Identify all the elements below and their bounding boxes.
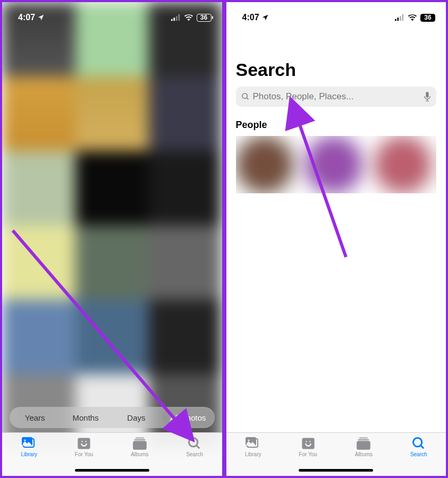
svg-point-28 xyxy=(413,438,421,447)
phone-left: 4:07 36 Years Months Days All Photos Lib… xyxy=(0,0,224,478)
battery-icon: 36 xyxy=(197,14,212,22)
time-label: 4:07 xyxy=(242,13,259,22)
search-field[interactable] xyxy=(236,87,437,107)
wifi-icon xyxy=(184,14,193,21)
location-icon xyxy=(261,14,269,21)
svg-rect-15 xyxy=(398,18,399,21)
segment-days[interactable]: Days xyxy=(111,409,162,426)
svg-rect-0 xyxy=(171,19,173,21)
tab-search-label: Search xyxy=(410,451,427,457)
wifi-icon xyxy=(408,14,417,21)
location-icon xyxy=(37,14,45,21)
svg-rect-1 xyxy=(173,18,175,21)
segment-years[interactable]: Years xyxy=(10,409,60,426)
tab-library[interactable]: Library xyxy=(245,437,261,476)
albums-icon xyxy=(356,437,371,450)
battery-icon: 36 xyxy=(420,14,435,22)
library-icon xyxy=(246,437,260,450)
people-row xyxy=(236,136,437,193)
segment-allphotos[interactable]: All Photos xyxy=(163,409,213,426)
svg-rect-24 xyxy=(302,438,314,449)
person-avatar[interactable] xyxy=(305,136,362,193)
tab-albums-label: Albums xyxy=(131,451,148,457)
svg-rect-25 xyxy=(359,437,368,438)
people-heading: People xyxy=(236,120,437,131)
photo-grid xyxy=(2,2,222,476)
search-input[interactable] xyxy=(253,91,421,102)
phone-right: 4:07 36 Search People xyxy=(224,0,449,478)
tab-search-label: Search xyxy=(186,451,203,457)
svg-rect-8 xyxy=(136,437,144,438)
tab-search[interactable]: Search xyxy=(186,437,203,476)
svg-rect-20 xyxy=(426,92,428,98)
page-title: Search xyxy=(236,59,437,80)
signal-icon xyxy=(171,14,181,21)
tab-search[interactable]: Search xyxy=(410,437,427,476)
svg-line-19 xyxy=(247,98,248,99)
tab-albums-label: Albums xyxy=(355,451,373,457)
tab-library-label: Library xyxy=(21,451,37,457)
svg-rect-3 xyxy=(178,14,180,21)
status-bar: 4:07 36 xyxy=(226,2,446,28)
tab-library[interactable]: Library xyxy=(21,437,37,476)
person-avatar[interactable] xyxy=(374,136,432,193)
people-section: People xyxy=(236,120,437,193)
search-icon xyxy=(187,437,202,450)
svg-point-18 xyxy=(242,93,247,98)
segment-control[interactable]: Years Months Days All Photos xyxy=(10,407,215,428)
tab-library-label: Library xyxy=(245,451,261,457)
search-icon xyxy=(411,437,426,450)
svg-rect-14 xyxy=(395,19,396,21)
svg-rect-2 xyxy=(176,16,177,21)
svg-rect-27 xyxy=(357,441,371,449)
svg-rect-17 xyxy=(402,14,404,21)
svg-rect-10 xyxy=(133,441,147,449)
svg-rect-26 xyxy=(358,439,369,440)
svg-point-11 xyxy=(189,438,198,447)
foryou-icon xyxy=(301,437,316,450)
home-indicator[interactable] xyxy=(75,469,149,472)
microphone-icon[interactable] xyxy=(424,92,431,101)
svg-point-6 xyxy=(24,440,26,441)
foryou-icon xyxy=(77,437,91,450)
svg-line-12 xyxy=(197,446,200,449)
svg-rect-9 xyxy=(134,439,145,440)
albums-icon xyxy=(132,437,147,450)
person-avatar[interactable] xyxy=(236,136,293,193)
svg-rect-7 xyxy=(78,438,90,449)
svg-point-23 xyxy=(248,440,250,441)
tab-foryou-label: For You xyxy=(75,451,93,457)
svg-rect-16 xyxy=(400,16,401,21)
home-indicator[interactable] xyxy=(299,469,373,472)
status-bar: 4:07 36 xyxy=(2,2,222,28)
segment-months[interactable]: Months xyxy=(60,409,111,426)
time-label: 4:07 xyxy=(18,13,35,22)
signal-icon xyxy=(395,14,404,21)
tab-foryou-label: For You xyxy=(299,451,317,457)
svg-line-29 xyxy=(420,446,424,449)
search-icon xyxy=(241,92,250,101)
library-icon xyxy=(22,437,37,450)
